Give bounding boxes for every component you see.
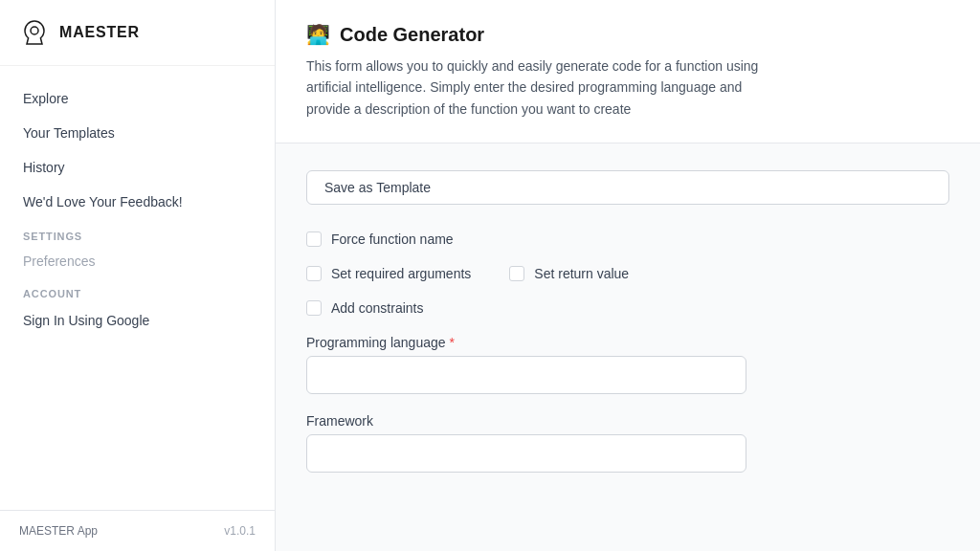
add-constraints-label: Add constraints [331, 300, 424, 316]
programming-language-input[interactable] [306, 356, 746, 394]
sidebar-navigation: Explore Your Templates History We'd Love… [0, 66, 275, 510]
set-required-arguments-checkbox[interactable] [306, 266, 322, 281]
force-function-name-row: Force function name [306, 231, 949, 247]
framework-input[interactable] [306, 434, 746, 473]
set-required-arguments-label: Set required arguments [331, 266, 471, 281]
add-constraints-checkbox[interactable] [306, 300, 322, 316]
settings-section-label: SETTINGS [0, 219, 275, 246]
sidebar-item-history[interactable]: History [0, 150, 275, 185]
footer-app-name: MAESTER App [19, 524, 98, 538]
arguments-return-row: Set required arguments Set return value [306, 266, 949, 281]
framework-field: Framework [306, 413, 949, 473]
required-star: * [450, 335, 455, 350]
framework-label: Framework [306, 413, 949, 429]
set-return-value-label: Set return value [534, 266, 629, 281]
svg-point-0 [31, 27, 38, 34]
maester-logo-icon [19, 17, 50, 48]
sidebar-item-sign-in-google[interactable]: Sign In Using Google [0, 303, 275, 338]
account-section-label: ACCOUNT [0, 276, 275, 303]
sidebar-item-preferences[interactable]: Preferences [0, 246, 275, 276]
footer-version: v1.0.1 [224, 524, 256, 538]
logo-text: MAESTER [59, 24, 140, 41]
header-banner: 🧑‍💻 Code Generator This form allows you … [276, 0, 980, 143]
set-return-value-checkbox[interactable] [509, 266, 524, 281]
form-content: Save as Template Force function name Set… [276, 143, 980, 518]
force-function-name-label: Force function name [331, 231, 454, 247]
programming-language-label: Programming language * [306, 335, 949, 350]
sidebar: MAESTER Explore Your Templates History W… [0, 0, 276, 551]
sidebar-logo: MAESTER [0, 0, 275, 66]
page-title: 🧑‍💻 Code Generator [306, 23, 949, 46]
header-description: This form allows you to quickly and easi… [306, 55, 766, 120]
main-content: 🧑‍💻 Code Generator This form allows you … [276, 0, 980, 551]
sidebar-item-your-templates[interactable]: Your Templates [0, 116, 275, 150]
sidebar-item-feedback[interactable]: We'd Love Your Feedback! [0, 185, 275, 219]
sidebar-footer: MAESTER App v1.0.1 [0, 510, 275, 551]
add-constraints-row: Add constraints [306, 300, 949, 316]
set-return-value-group: Set return value [509, 266, 629, 281]
save-template-button[interactable]: Save as Template [306, 170, 949, 205]
set-required-arguments-group: Set required arguments [306, 266, 471, 281]
title-text: Code Generator [340, 24, 484, 46]
programming-language-field: Programming language * [306, 335, 949, 394]
force-function-name-checkbox[interactable] [306, 231, 322, 247]
sidebar-item-explore[interactable]: Explore [0, 81, 275, 116]
title-emoji: 🧑‍💻 [306, 23, 330, 46]
